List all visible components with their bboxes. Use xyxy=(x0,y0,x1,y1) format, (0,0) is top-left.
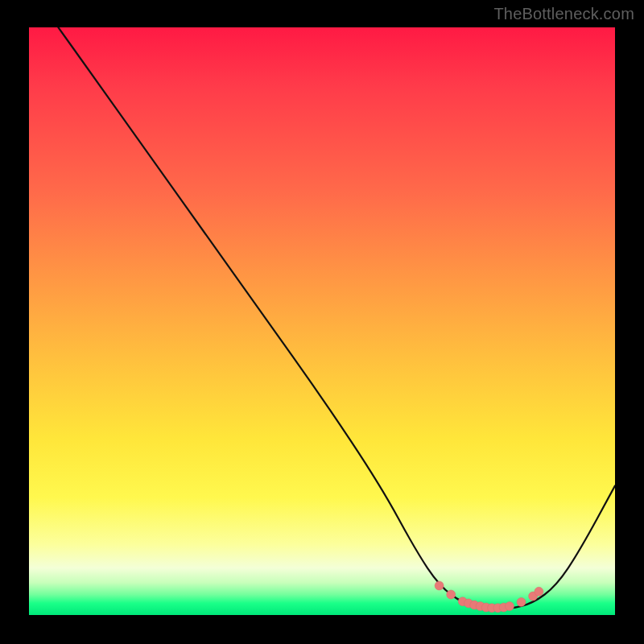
highlight-point xyxy=(447,590,456,599)
highlight-point xyxy=(517,597,526,606)
watermark-text: TheBottleneck.com xyxy=(493,5,634,23)
highlight-point xyxy=(506,602,514,611)
highlight-points xyxy=(435,581,543,613)
highlight-point xyxy=(535,587,543,596)
bottleneck-curve xyxy=(58,27,615,609)
plot-area xyxy=(29,27,615,615)
chart-frame: TheBottleneck.com xyxy=(0,0,644,644)
curve-layer xyxy=(29,27,615,615)
highlight-point xyxy=(435,581,444,590)
